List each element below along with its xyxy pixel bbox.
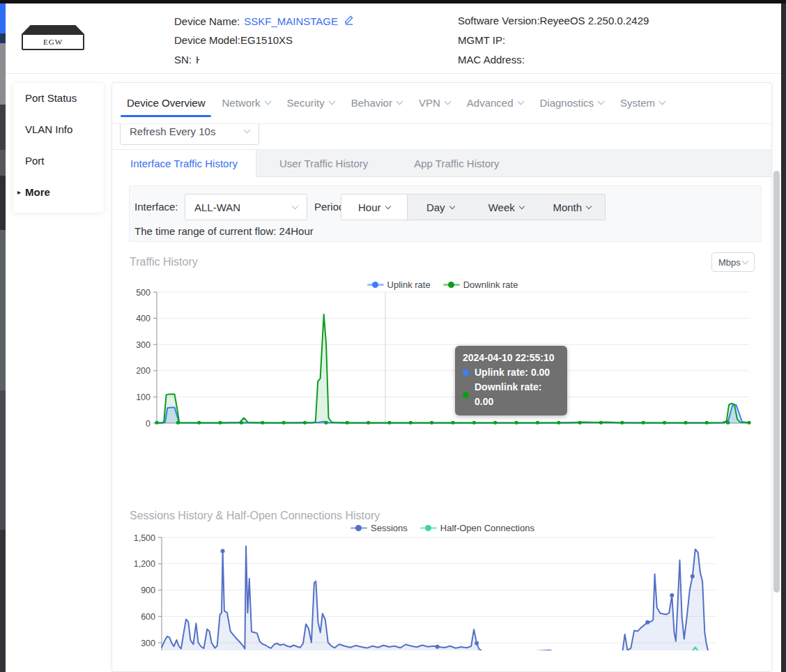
svg-text:500: 500 [136, 288, 151, 298]
device-sn: SN:H [174, 54, 199, 66]
chevron-down-icon [519, 203, 525, 208]
chevron-down-icon [586, 203, 592, 208]
page-root: EGW Device Name: SSKF_MAINSTAGE Device M… [0, 0, 786, 672]
mac-address: MAC Address: [458, 54, 525, 66]
svg-text:200: 200 [136, 366, 151, 376]
device-image: EGW [22, 25, 84, 50]
page-scrollbar-thumb[interactable] [773, 171, 780, 593]
chevron-down-icon [449, 203, 454, 208]
svg-text:1,500: 1,500 [134, 533, 155, 543]
svg-text:1,200: 1,200 [134, 559, 155, 569]
svg-text:300: 300 [136, 340, 151, 350]
chevron-down-icon [659, 98, 666, 105]
sidebar-item-port-status[interactable]: Port Status [25, 92, 77, 104]
downlink-dot-icon [463, 392, 469, 398]
traffic-history-title: Traffic History [130, 256, 198, 268]
chevron-down-icon [742, 258, 749, 265]
mgmt-ip: MGMT IP: [458, 34, 505, 46]
software-version: Software Version:ReyeeOS 2.250.0.2429 [458, 15, 649, 26]
tooltip-title: 2024-04-10 22:55:10 [463, 351, 560, 365]
device-info-header: EGW Device Name: SSKF_MAINSTAGE Device M… [6, 3, 781, 74]
sn-label: SN: [174, 54, 192, 66]
sn-partial-value: H [196, 54, 199, 66]
chevron-down-icon [598, 98, 605, 105]
sidebar-item-vlan-info[interactable]: VLAN Info [25, 123, 72, 135]
sidebar: Port Status VLAN Info Port ▸ More [13, 82, 105, 213]
chevron-down-icon [385, 203, 390, 208]
nav-network[interactable]: Network [222, 97, 270, 109]
svg-text:600: 600 [141, 612, 155, 622]
chart-tooltip: 2024-04-10 22:55:10 Uplink rate: 0.00 Do… [455, 346, 567, 415]
period-hour-button[interactable]: Hour [341, 194, 408, 220]
device-name-label: Device Name: [174, 15, 240, 27]
chevron-down-icon [264, 98, 271, 105]
legend-half-open-connections[interactable]: Half-Open Connections [420, 523, 534, 533]
refresh-select-wrapper: Refresh Every 10s [120, 124, 259, 146]
tooltip-uplink-row: Uplink rate: 0.00 [463, 365, 560, 380]
chevron-down-icon [444, 98, 451, 105]
filter-panel: Interface: ALL-WAN Period: Hour Day Week… [129, 185, 762, 242]
background-window-edge-left [0, 3, 6, 672]
chevron-down-icon [328, 98, 335, 105]
period-button-group: Hour Day Week Month [341, 194, 606, 220]
chevron-down-icon [396, 98, 403, 105]
device-name-row: Device Name: SSKF_MAINSTAGE [174, 15, 354, 27]
more-arrow-icon: ▸ [17, 188, 21, 196]
nav-system[interactable]: System [620, 97, 665, 109]
svg-text:100: 100 [136, 392, 151, 402]
unit-select[interactable]: Mbps [711, 252, 755, 272]
edit-icon[interactable] [344, 15, 354, 27]
nav-behavior[interactable]: Behavior [351, 97, 402, 109]
interface-select[interactable]: ALL-WAN [185, 194, 307, 220]
chevron-down-icon [244, 127, 251, 134]
uplink-dot-icon [463, 369, 469, 376]
device-model: Device Model:EG1510XS [174, 34, 293, 46]
tab-app-traffic-history[interactable]: App Traffic History [391, 150, 522, 177]
device-image-label: EGW [43, 38, 63, 46]
device-name-link[interactable]: SSKF_MAINSTAGE [244, 15, 338, 27]
legend-mark [420, 525, 437, 531]
nav-diagnostics[interactable]: Diagnostics [540, 97, 604, 109]
background-window-edge-right [781, 3, 786, 672]
period-day-button[interactable]: Day [408, 194, 474, 220]
nav-security[interactable]: Security [287, 97, 334, 109]
legend-sessions[interactable]: Sessions [350, 523, 408, 533]
nav-vpn[interactable]: VPN [419, 97, 450, 109]
sessions-history-title: Sessions History & Half-Open Connections… [130, 510, 380, 522]
primary-nav: Device Overview Network Security Behavio… [127, 93, 665, 112]
chevron-down-icon [292, 203, 299, 210]
traffic-history-chart[interactable]: 0100200300400500 [118, 277, 766, 434]
nav-advanced[interactable]: Advanced [467, 97, 523, 109]
device-image-front: EGW [22, 33, 84, 50]
svg-text:400: 400 [136, 314, 151, 323]
interface-label: Interface: [134, 194, 178, 220]
traffic-history-tabs: Interface Traffic History User Traffic H… [112, 149, 771, 177]
sessions-chart-legend: Sessions Half-Open Connections [118, 523, 766, 533]
device-image-top [22, 25, 84, 34]
sidebar-item-port[interactable]: Port [25, 155, 45, 167]
tooltip-downlink-row: Downlink rate: 0.00 [463, 380, 560, 409]
time-range-note: The time range of current flow: 24Hour [134, 225, 314, 237]
svg-text:0: 0 [146, 419, 151, 429]
tab-interface-traffic-history[interactable]: Interface Traffic History [112, 150, 256, 177]
svg-text:900: 900 [141, 586, 155, 595]
chevron-down-icon [517, 98, 524, 105]
active-nav-underline [121, 115, 211, 117]
svg-text:300: 300 [141, 639, 155, 648]
sidebar-item-more[interactable]: More [25, 186, 50, 198]
sessions-history-chart[interactable]: 3006009001,2001,500 [118, 533, 766, 672]
refresh-interval-select[interactable]: Refresh Every 10s [120, 124, 259, 145]
period-week-button[interactable]: Week [473, 194, 539, 220]
legend-mark [350, 525, 367, 531]
period-month-button[interactable]: Month [539, 194, 606, 220]
tab-user-traffic-history[interactable]: User Traffic History [256, 150, 391, 177]
nav-device-overview[interactable]: Device Overview [127, 97, 206, 109]
